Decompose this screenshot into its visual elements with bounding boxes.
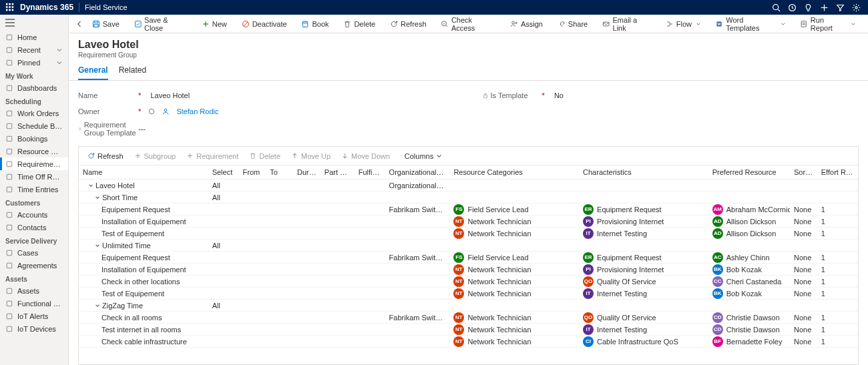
add-icon[interactable] — [817, 1, 831, 14]
col-header[interactable]: Effort Required — [817, 165, 858, 179]
grid-row[interactable]: Test internet in all roomsNTNetwork Tech… — [79, 324, 858, 336]
cmd-word-templates[interactable]: WWord Templates — [711, 16, 791, 32]
lookup-chip[interactable]: QOQuality Of Service — [583, 312, 656, 323]
col-header[interactable]: To — [266, 165, 293, 179]
grid-row[interactable]: Check in other locationsNTNetwork Techni… — [79, 276, 858, 288]
lookup-chip[interactable]: BKBob Kozak — [712, 264, 762, 275]
lookup-chip[interactable]: CDChristie Dawson — [712, 324, 780, 335]
grid-row[interactable]: ZigZag TimeAll — [79, 300, 858, 312]
cmd-check-access[interactable]: Check Access — [436, 16, 500, 32]
col-header[interactable]: From — [239, 165, 266, 179]
lookup-chip[interactable]: NTNetwork Technician — [453, 228, 531, 239]
cmd-save[interactable]: Save — [87, 16, 124, 32]
name-field[interactable]: Laveo Hotel — [150, 91, 190, 99]
lookup-chip[interactable]: NTNetwork Technician — [453, 336, 531, 347]
hamburger-icon[interactable] — [0, 15, 68, 31]
col-header[interactable]: Duration — [293, 165, 320, 179]
lookup-chip[interactable]: NTNetwork Technician — [453, 216, 531, 227]
assistant-icon[interactable] — [785, 1, 799, 14]
module-label[interactable]: Field Service — [79, 3, 128, 11]
lookup-chip[interactable]: ACAshley Chinn — [712, 252, 770, 263]
settings-icon[interactable] — [849, 1, 863, 14]
lookup-chip[interactable]: NTNetwork Technician — [453, 312, 531, 323]
sidebar-item-agreements[interactable]: Agreements — [0, 259, 68, 272]
lookup-chip[interactable]: BKBob Kozak — [712, 288, 762, 299]
sidebar-item-time-off-requests[interactable]: Time Off Requests — [0, 170, 68, 183]
col-header[interactable]: Sort Option — [790, 165, 817, 179]
lookup-chip[interactable]: ADAllison Dickson — [712, 228, 777, 239]
grid-row[interactable]: Unlimited TimeAll — [79, 240, 858, 252]
col-header[interactable]: Part of Same — [320, 165, 355, 179]
filter-icon[interactable] — [833, 1, 847, 14]
lookup-chip[interactable]: CICable Infrastructure QoS — [583, 336, 678, 347]
lookup-chip[interactable]: ITInternet Testing — [583, 324, 647, 335]
sidebar-item-assets[interactable]: Assets — [0, 284, 68, 297]
sidebar-item-time-entries[interactable]: Time Entries — [0, 183, 68, 196]
lookup-chip[interactable]: CDChristie Dawson — [712, 312, 780, 323]
col-header[interactable]: Select — [208, 165, 239, 179]
cmd-refresh[interactable]: Refresh — [385, 16, 431, 32]
sidebar-item-iot-devices[interactable]: IoT Devices — [0, 322, 68, 335]
lookup-chip[interactable]: ITInternet Testing — [583, 288, 647, 299]
lookup-chip[interactable]: PIProvisioning Internet — [583, 264, 664, 275]
cmd-assign[interactable]: Assign — [505, 16, 548, 32]
col-header[interactable]: Organizational Unit — [385, 165, 450, 179]
sidebar-item-schedule-board[interactable]: Schedule Board — [0, 119, 68, 132]
lookup-chip[interactable]: ITInternet Testing — [583, 228, 647, 239]
cmd-save-close[interactable]: Save & Close — [130, 16, 192, 32]
back-button[interactable] — [73, 20, 86, 28]
template-field[interactable]: --- — [138, 125, 146, 133]
cmd-delete[interactable]: Delete — [339, 16, 380, 32]
lookup-chip[interactable]: ADAllison Dickson — [712, 216, 777, 227]
cmd-book[interactable]: Book — [296, 16, 333, 32]
sidebar-item-functional-locations[interactable]: Functional Locations — [0, 297, 68, 310]
lookup-chip[interactable]: BFBernadette Foley — [712, 336, 783, 347]
col-header[interactable]: Name — [79, 165, 208, 179]
lookup-chip[interactable]: FSField Service Lead — [453, 204, 528, 215]
lookup-chip[interactable]: EREquipment Request — [583, 252, 662, 263]
sidebar-item-contacts[interactable]: Contacts — [0, 221, 68, 234]
sidebar-item-iot-alerts[interactable]: IoT Alerts — [0, 310, 68, 322]
lookup-chip[interactable]: EREquipment Request — [583, 204, 662, 215]
lookup-chip[interactable]: NTNetwork Technician — [453, 264, 531, 275]
sidebar-item-dashboards[interactable]: Dashboards — [0, 81, 68, 94]
lookup-chip[interactable]: NTNetwork Technician — [453, 276, 531, 287]
col-header[interactable]: Fulfillmen... — [355, 165, 385, 179]
istemplate-field[interactable]: No — [554, 91, 564, 99]
lookup-chip[interactable]: CCCheri Castaneda — [712, 276, 782, 287]
tab-related[interactable]: Related — [119, 63, 146, 80]
grid-row[interactable]: Equipement RequestFabrikam SwitzerlandFS… — [79, 204, 858, 216]
brand-label[interactable]: Dynamics 365 — [20, 3, 79, 12]
owner-field[interactable]: Stefan Rodic — [176, 107, 218, 115]
lookup-chip[interactable]: FSField Service Lead — [453, 252, 528, 263]
sidebar-item-requirement-groups[interactable]: Requirement Groups — [0, 157, 68, 170]
cmd-run-report[interactable]: Run Report — [795, 16, 860, 32]
sidebar-item-accounts[interactable]: Accounts — [0, 208, 68, 221]
grid-row[interactable]: Check in all roomsFabrikam SwitzerlandNT… — [79, 312, 858, 324]
cmd-new[interactable]: New — [197, 16, 232, 32]
col-header[interactable]: Resource Categories — [449, 165, 579, 179]
grid-row[interactable]: Test of EquipementNTNetwork TechnicianIT… — [79, 228, 858, 240]
lookup-chip[interactable]: NTNetwork Technician — [453, 324, 531, 335]
cmd-flow[interactable]: Flow — [661, 16, 706, 32]
grid-row[interactable]: Installation of EquipementNTNetwork Tech… — [79, 216, 858, 228]
sidebar-item-pinned[interactable]: Pinned — [0, 56, 68, 69]
cmd-email-a-link[interactable]: Email a Link — [598, 16, 656, 32]
lookup-chip[interactable]: AMAbraham McCormick — [712, 204, 790, 215]
sidebar-item-work-orders[interactable]: Work Orders — [0, 107, 68, 119]
tab-general[interactable]: General — [78, 63, 108, 80]
grid-row[interactable]: Equipement RequestFabrikam SwitzerlandFS… — [79, 252, 858, 264]
grid-row[interactable]: Short TimeAll — [79, 192, 858, 204]
sidebar-item-resource-requireme-[interactable]: Resource Requireme... — [0, 145, 68, 157]
cmd-share[interactable]: Share — [553, 16, 592, 32]
col-header[interactable]: Characteristics — [579, 165, 708, 179]
sidebar-item-bookings[interactable]: Bookings — [0, 132, 68, 145]
grid-row[interactable]: Test of EquipementNTNetwork TechnicianIT… — [79, 288, 858, 300]
grid-row[interactable]: Installation of EquipementNTNetwork Tech… — [79, 264, 858, 276]
grid-row[interactable]: Laveo HotelAllOrganizational Unit — [79, 179, 858, 192]
lookup-chip[interactable]: PIProvisioning Internet — [583, 216, 664, 227]
cmd-deactivate[interactable]: Deactivate — [237, 16, 292, 32]
gridcmd-refresh[interactable]: Refresh — [83, 149, 128, 163]
app-launcher-icon[interactable] — [5, 3, 15, 12]
grid-row[interactable]: Check cable infrastructureNTNetwork Tech… — [79, 336, 858, 348]
